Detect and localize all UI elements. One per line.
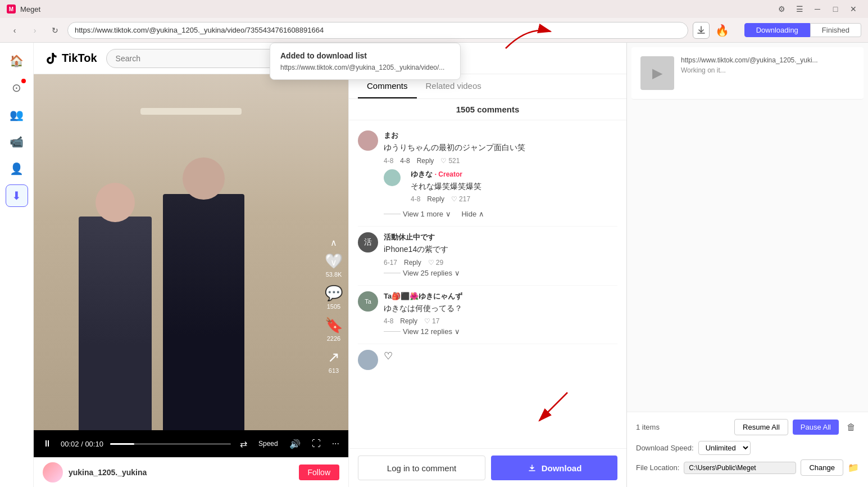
dm-controls: 1 items Resume All Pause All 🗑 bbox=[636, 419, 859, 435]
reply-link[interactable]: Reply bbox=[400, 317, 417, 325]
comment-avatar: 活 bbox=[358, 232, 378, 252]
settings-button[interactable]: ⚙ bbox=[774, 3, 789, 15]
comment-like[interactable]: ♡ 521 bbox=[440, 157, 460, 165]
comments-section: Comments Related videos 1505 comments まお… bbox=[348, 74, 626, 487]
comment-meta: 6-17 Reply ♡ 29 bbox=[384, 259, 617, 267]
comment-meta: 4-8 Reply ♡ 17 bbox=[384, 317, 617, 325]
content-row: 🤍 53.8K 💬 1505 🔖 2226 bbox=[34, 74, 626, 487]
dm-status: Working on it... bbox=[681, 66, 855, 74]
reply-toggle: View 25 replies ∨ bbox=[384, 269, 617, 277]
comment-username: Ta🎒⬛🌺ゆきにゃんず bbox=[384, 291, 617, 301]
play-pause-button[interactable]: ⏸ bbox=[40, 436, 54, 451]
profile-nav-item[interactable]: 👤 bbox=[6, 157, 28, 180]
reply-button[interactable]: 4-8 bbox=[400, 157, 410, 165]
address-bar[interactable] bbox=[67, 22, 688, 39]
activity-badge bbox=[21, 79, 26, 83]
share-action[interactable]: ↗ 613 bbox=[328, 349, 340, 374]
location-row: File Location: Change 📁 bbox=[636, 459, 859, 476]
reply-reply-link[interactable]: Reply bbox=[427, 195, 444, 203]
download-manager-panel: ▶ https://www.tiktok.com/@yukina_1205._y… bbox=[626, 43, 868, 487]
window-controls: ⚙ ☰ ─ □ ✕ bbox=[774, 3, 861, 15]
comment-avatar bbox=[358, 350, 378, 370]
comment-meta: 4-8 4-8 Reply ♡ 521 bbox=[384, 157, 617, 165]
progress-bar[interactable] bbox=[110, 443, 231, 445]
reply-toggle: View 12 replies ∨ bbox=[384, 327, 617, 336]
minimize-button[interactable]: ─ bbox=[810, 3, 825, 15]
comment-count: 1505 bbox=[327, 303, 340, 310]
reply-link[interactable]: Reply bbox=[417, 157, 434, 165]
volume-button[interactable]: 🔊 bbox=[287, 436, 303, 452]
video-background bbox=[34, 74, 348, 430]
dm-item: ▶ https://www.tiktok.com/@yukina_1205._y… bbox=[631, 47, 864, 100]
comment-like[interactable]: ♡ 29 bbox=[428, 259, 443, 267]
tiktok-logo: TikTok bbox=[45, 52, 97, 65]
view-replies-link[interactable]: View 12 replies ∨ bbox=[384, 327, 617, 336]
resume-all-button[interactable]: Resume All bbox=[734, 419, 788, 435]
download-nav-item[interactable]: ⬇ bbox=[6, 184, 28, 207]
download-button[interactable]: Download bbox=[491, 456, 617, 480]
view-replies-link[interactable]: View 25 replies ∨ bbox=[384, 269, 617, 277]
downloading-tab[interactable]: Downloading bbox=[744, 23, 810, 37]
speed-button[interactable]: Speed bbox=[256, 438, 280, 450]
delete-button[interactable]: 🗑 bbox=[843, 420, 859, 435]
comment-action[interactable]: 💬 1505 bbox=[325, 285, 343, 310]
comment-date: 4-8 bbox=[384, 157, 393, 165]
scroll-down-button[interactable]: ∨ bbox=[328, 255, 339, 270]
video-player[interactable]: 🤍 53.8K 💬 1505 🔖 2226 bbox=[34, 74, 348, 430]
mirror-button[interactable]: ⇄ bbox=[238, 436, 249, 452]
user-avatar bbox=[43, 462, 63, 483]
reply-text: それな爆笑爆笑爆笑 bbox=[411, 181, 617, 192]
download-icon-button[interactable] bbox=[693, 22, 710, 39]
pause-all-button[interactable]: Pause All bbox=[793, 420, 839, 435]
comment-like[interactable]: ♡ 17 bbox=[424, 317, 439, 325]
app-icon: M bbox=[7, 4, 16, 13]
back-button[interactable]: ‹ bbox=[7, 22, 22, 38]
menu-button[interactable]: ☰ bbox=[792, 3, 807, 15]
refresh-button[interactable]: ↻ bbox=[47, 22, 63, 38]
popup-url: https://www.tiktok.com/@yukina_1205._yuk… bbox=[280, 64, 450, 71]
location-input[interactable] bbox=[684, 462, 796, 474]
main-layout: 🏠 ⊙ 👥 📹 👤 ⬇ TikTok bbox=[0, 43, 868, 487]
speed-select[interactable]: Unlimited bbox=[698, 441, 751, 455]
comment-date: 4-8 bbox=[384, 317, 393, 325]
folder-button[interactable]: 📁 bbox=[848, 462, 859, 473]
comment-text: ゆうりちゃんの最初のジャンプ面白い笑 bbox=[384, 142, 617, 154]
dm-thumbnail: ▶ bbox=[640, 56, 674, 90]
video-container: 🤍 53.8K 💬 1505 🔖 2226 bbox=[34, 74, 348, 487]
reply-toggle: View 1 more ∨ Hide ∧ bbox=[384, 210, 617, 218]
maximize-button[interactable]: □ bbox=[828, 3, 843, 15]
comments-count: 1505 comments bbox=[349, 99, 626, 120]
change-location-button[interactable]: Change bbox=[801, 459, 843, 476]
people-nav-item[interactable]: 👥 bbox=[6, 103, 28, 126]
video-nav-item[interactable]: 📹 bbox=[6, 130, 28, 153]
popup-title: Added to download list bbox=[280, 51, 450, 60]
extension-button[interactable]: 🔥 bbox=[714, 22, 731, 39]
browser-chrome: ‹ › ↻ 🔥 Downloading Finished bbox=[0, 18, 868, 43]
finished-tab[interactable]: Finished bbox=[810, 23, 861, 37]
reply-username: ゆきな · Creator bbox=[411, 169, 617, 179]
reply-link[interactable]: Reply bbox=[404, 259, 421, 267]
video-time: 00:02 / 00:10 bbox=[61, 440, 103, 448]
bookmark-action[interactable]: 🔖 2226 bbox=[325, 317, 343, 342]
reply-date: 4-8 bbox=[411, 195, 420, 203]
comments-bottom: Log in to comment Download bbox=[349, 448, 626, 487]
app-title: Meget bbox=[20, 5, 40, 13]
more-options-button[interactable]: ··· bbox=[330, 436, 342, 451]
follow-button[interactable]: Follow bbox=[299, 465, 339, 480]
progress-fill bbox=[110, 443, 134, 445]
close-button[interactable]: ✕ bbox=[846, 3, 861, 15]
comment-item: まお ゆうりちゃんの最初のジャンプ面白い笑 4-8 4-8 Reply ♡ 52… bbox=[358, 125, 617, 227]
username: yukina_1205._yukina bbox=[69, 468, 147, 477]
login-to-comment-button[interactable]: Log in to comment bbox=[358, 456, 485, 480]
home-nav-item[interactable]: 🏠 bbox=[6, 49, 28, 72]
scroll-up-button[interactable]: ∧ bbox=[328, 235, 339, 250]
activity-nav-item[interactable]: ⊙ bbox=[6, 76, 28, 99]
comment-avatar: Ta bbox=[358, 291, 378, 312]
fullscreen-button[interactable]: ⛶ bbox=[310, 436, 323, 451]
comment-item: 活 活動休止中です iPhone14の紫です 6-17 Reply ♡ 29 bbox=[358, 227, 617, 286]
forward-button[interactable]: › bbox=[27, 22, 43, 38]
reply-meta: 4-8 Reply ♡ 217 bbox=[411, 195, 617, 203]
comment-username: まお bbox=[384, 130, 617, 141]
view-more-link[interactable]: View 1 more ∨ Hide ∧ bbox=[384, 210, 617, 218]
reply-like[interactable]: ♡ 217 bbox=[451, 195, 470, 203]
